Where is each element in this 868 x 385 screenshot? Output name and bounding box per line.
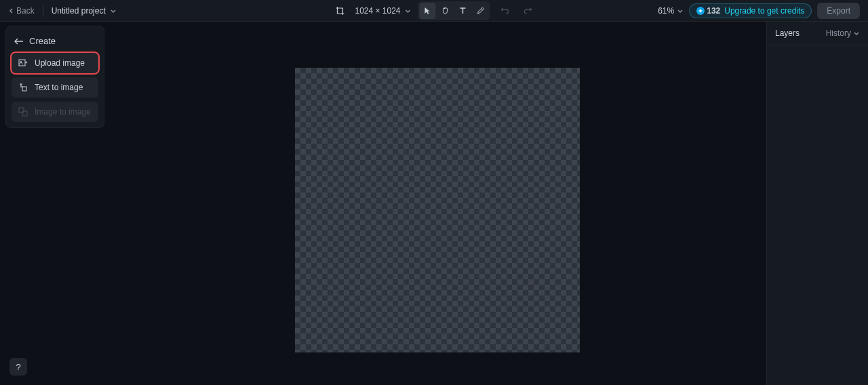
back-button[interactable]: Back <box>8 6 35 16</box>
right-panel-header: Layers History <box>767 22 868 45</box>
layers-tab[interactable]: Layers <box>775 28 800 38</box>
zoom-selector[interactable]: 61% <box>658 6 684 16</box>
help-button[interactable]: ? <box>9 358 27 376</box>
chevron-down-icon <box>110 7 117 14</box>
credits-pill[interactable]: 132 Upgrade to get credits <box>689 3 812 18</box>
canvas-area[interactable] <box>108 22 766 385</box>
topbar-right: 61% 132 Upgrade to get credits Export <box>658 3 860 19</box>
history-tab[interactable]: History <box>826 28 860 38</box>
text-icon <box>458 6 468 16</box>
credits-count: 132 <box>707 6 720 16</box>
redo-button[interactable] <box>520 3 536 19</box>
topbar-center: 1024 × 1024 <box>332 1 536 20</box>
project-title[interactable]: Untitled project <box>52 6 117 16</box>
upgrade-text: Upgrade to get credits <box>724 6 804 16</box>
svg-rect-0 <box>19 60 25 66</box>
history-label: History <box>826 28 851 38</box>
export-label: Export <box>827 6 850 16</box>
hand-tool[interactable] <box>437 3 454 19</box>
tool-group <box>418 1 490 20</box>
canvas-size-text: 1024 × 1024 <box>355 6 400 16</box>
credits-badge: 132 <box>696 6 720 16</box>
image-to-image-label: Image to image <box>35 107 91 117</box>
back-label: Back <box>16 6 35 16</box>
image-to-image-button: Image to image <box>12 102 98 122</box>
image-to-image-icon <box>18 107 28 117</box>
create-panel-header: Create <box>12 32 98 53</box>
create-panel-title: Create <box>29 36 56 46</box>
topbar-left: Back Untitled project <box>8 5 117 16</box>
right-panel: Layers History <box>766 22 868 385</box>
redo-icon <box>524 6 533 16</box>
undo-button[interactable] <box>497 3 513 19</box>
text-to-image-button[interactable]: Text to image <box>12 77 98 98</box>
text-to-image-icon <box>18 83 28 92</box>
crop-button[interactable] <box>332 3 348 19</box>
canvas[interactable] <box>295 68 580 352</box>
canvas-size-selector[interactable]: 1024 × 1024 <box>355 6 411 16</box>
upload-image-button[interactable]: Upload image <box>12 53 98 73</box>
divider <box>43 5 43 16</box>
upload-image-icon <box>18 58 28 68</box>
hand-icon <box>441 6 450 16</box>
text-tool[interactable] <box>455 3 471 19</box>
upload-image-label: Upload image <box>35 58 85 68</box>
chevron-down-icon <box>853 30 860 37</box>
eyedropper-icon <box>476 6 486 16</box>
help-icon: ? <box>16 362 20 372</box>
back-arrow-icon[interactable] <box>14 37 24 45</box>
zoom-text: 61% <box>658 6 674 16</box>
export-button: Export <box>817 3 860 19</box>
text-to-image-label: Text to image <box>35 83 83 92</box>
credits-dot-icon <box>696 7 705 15</box>
topbar: Back Untitled project 1024 × 1024 <box>0 0 868 22</box>
undo-icon <box>500 6 510 16</box>
chevron-down-icon <box>677 7 684 14</box>
create-panel: Create Upload image Text to image Image … <box>5 26 104 128</box>
svg-rect-3 <box>19 108 24 113</box>
chevron-down-icon <box>405 7 412 14</box>
select-tool[interactable] <box>420 3 436 19</box>
crop-icon <box>335 6 344 16</box>
svg-rect-4 <box>22 111 27 116</box>
cursor-icon <box>423 6 433 16</box>
chevron-left-icon <box>8 7 15 14</box>
eyedropper-tool[interactable] <box>473 3 489 19</box>
project-title-text: Untitled project <box>52 6 106 16</box>
